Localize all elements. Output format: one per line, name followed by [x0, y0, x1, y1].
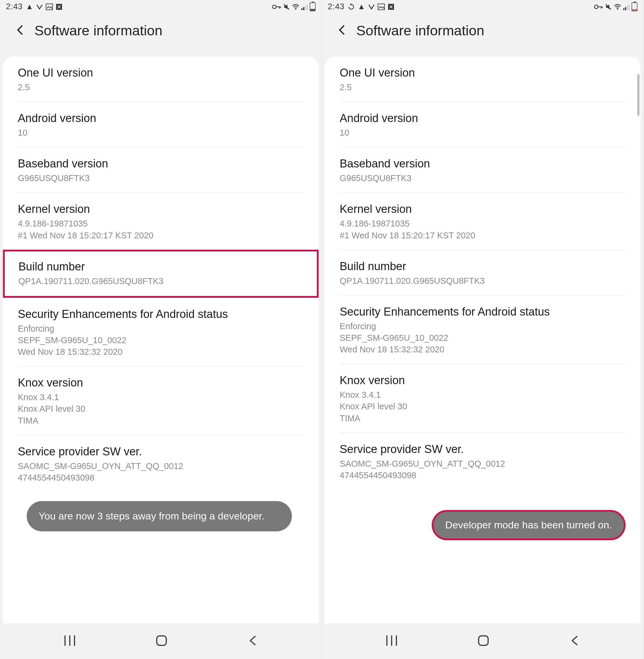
clock: 2:43 — [328, 2, 345, 11]
page-title: Software information — [356, 22, 484, 39]
row-one-ui[interactable]: One UI version 2.5 — [18, 56, 304, 102]
scrollbar[interactable] — [637, 74, 640, 116]
key-icon — [594, 4, 603, 10]
row-value: 4.9.186-19871035 #1 Wed Nov 18 15:20:17 … — [340, 218, 626, 241]
svg-rect-9 — [378, 4, 385, 10]
battery-icon — [310, 2, 316, 11]
x-box-icon — [388, 4, 394, 10]
svg-point-12 — [617, 8, 618, 10]
phone-right: 2:43 ▲ Software information One UI versi… — [322, 0, 644, 659]
svg-rect-13 — [623, 8, 624, 10]
row-one-ui[interactable]: One UI version 2.5 — [340, 56, 626, 102]
key-icon — [272, 4, 281, 10]
signal-icon — [623, 4, 630, 10]
svg-rect-0 — [46, 4, 52, 10]
svg-rect-8 — [157, 636, 166, 645]
row-build-highlighted[interactable]: Build number QP1A.190711.020.G965USQU8FT… — [3, 250, 319, 298]
row-title: One UI version — [18, 67, 304, 79]
image-icon — [378, 4, 385, 10]
svg-point-2 — [273, 5, 276, 8]
toast-text: Developer mode has been turned on. — [445, 519, 612, 531]
row-value: Knox 3.4.1 Knox API level 30 TIMA — [340, 389, 626, 424]
svg-rect-14 — [625, 7, 626, 10]
row-knox[interactable]: Knox version Knox 3.4.1 Knox API level 3… — [18, 366, 304, 435]
back-nav-button[interactable] — [247, 635, 259, 648]
refresh-icon — [348, 3, 355, 10]
row-title: Kernel version — [18, 203, 304, 215]
row-value: 2.5 — [18, 81, 304, 93]
recents-button[interactable] — [385, 635, 398, 648]
row-baseband[interactable]: Baseband version G965USQU8FTK3 — [18, 147, 304, 193]
row-service-provider[interactable]: Service provider SW ver. SAOMC_SM-G965U_… — [18, 435, 304, 492]
row-kernel[interactable]: Kernel version 4.9.186-19871035 #1 Wed N… — [18, 193, 304, 249]
nav-bar — [322, 623, 643, 659]
row-title: Build number — [340, 260, 626, 273]
row-title: Android version — [18, 112, 304, 125]
row-value: QP1A.190711.020.G965USQU8FTK3 — [18, 276, 303, 287]
row-value: 2.5 — [340, 81, 626, 93]
row-build[interactable]: Build number QP1A.190711.020.G965USQU8FT… — [340, 250, 626, 296]
svg-rect-6 — [305, 6, 306, 10]
signal-icon — [301, 4, 308, 10]
settings-card: One UI version 2.5 Android version 10 Ba… — [3, 56, 319, 623]
toast-steps: You are now 3 steps away from being a de… — [27, 501, 292, 531]
page-header: Software information — [0, 14, 322, 56]
row-android[interactable]: Android version 10 — [18, 102, 304, 147]
row-title: Knox version — [340, 374, 626, 387]
page-title: Software information — [34, 22, 162, 39]
warning-icon: ▲ — [26, 2, 33, 11]
home-button[interactable] — [477, 634, 490, 648]
row-service-provider[interactable]: Service provider SW ver. SAOMC_SM-G965U_… — [340, 433, 626, 490]
row-value: QP1A.190711.020.G965USQU8FTK3 — [340, 275, 626, 287]
wifi-icon — [614, 4, 621, 10]
x-box-icon — [56, 4, 62, 10]
row-value: SAOMC_SM-G965U_OYN_ATT_QQ_0012 474455445… — [340, 458, 626, 481]
row-title: Service provider SW ver. — [18, 445, 304, 458]
page-header: Software information — [322, 14, 643, 56]
row-kernel[interactable]: Kernel version 4.9.186-19871035 #1 Wed N… — [340, 193, 626, 250]
row-knox[interactable]: Knox version Knox 3.4.1 Knox API level 3… — [340, 364, 626, 432]
back-button[interactable] — [15, 23, 25, 38]
mute-icon — [605, 3, 612, 10]
status-bar: 2:43 ▲ — [0, 0, 322, 14]
warning-icon: ▲ — [358, 2, 366, 11]
settings-card: One UI version 2.5 Android version 10 Ba… — [325, 56, 640, 623]
row-title: One UI version — [340, 67, 626, 79]
toast-text: You are now 3 steps away from being a de… — [39, 510, 264, 522]
row-value: Enforcing SEPF_SM-G965U_10_0022 Wed Nov … — [340, 321, 626, 355]
row-title: Baseband version — [340, 157, 626, 170]
row-title: Build number — [18, 260, 303, 273]
v-icon — [36, 4, 43, 10]
row-value: SAOMC_SM-G965U_OYN_ATT_QQ_0012 474455445… — [18, 461, 304, 484]
row-title: Service provider SW ver. — [340, 443, 626, 456]
toast-devmode-highlighted: Developer mode has been turned on. — [432, 510, 626, 540]
nav-bar — [0, 623, 322, 659]
svg-rect-17 — [479, 636, 488, 645]
row-baseband[interactable]: Baseband version G965USQU8FTK3 — [340, 147, 626, 193]
row-value: 10 — [340, 127, 626, 139]
row-android[interactable]: Android version 10 — [340, 102, 626, 147]
battery-icon — [631, 2, 638, 11]
svg-point-3 — [295, 8, 296, 10]
back-nav-button[interactable] — [569, 635, 580, 648]
clock: 2:43 — [6, 2, 23, 11]
row-title: Security Enhancements for Android status — [18, 308, 304, 321]
row-value: G965USQU8FTK3 — [340, 172, 626, 184]
home-button[interactable] — [155, 634, 168, 648]
row-title: Knox version — [18, 376, 304, 389]
row-se-status[interactable]: Security Enhancements for Android status… — [340, 296, 626, 364]
back-button[interactable] — [337, 23, 347, 38]
recents-button[interactable] — [63, 635, 76, 648]
svg-rect-7 — [307, 5, 308, 10]
svg-rect-5 — [303, 7, 304, 10]
svg-rect-16 — [628, 5, 630, 10]
row-value: Knox 3.4.1 Knox API level 30 TIMA — [18, 392, 304, 426]
row-title: Android version — [340, 112, 626, 125]
row-title: Baseband version — [18, 157, 304, 170]
wifi-icon — [292, 4, 300, 10]
mute-icon — [283, 3, 290, 10]
row-value: Enforcing SEPF_SM-G965U_10_0022 Wed Nov … — [18, 323, 304, 358]
row-se-status[interactable]: Security Enhancements for Android status… — [18, 298, 304, 366]
row-value: 10 — [18, 127, 304, 139]
svg-rect-4 — [301, 8, 303, 10]
